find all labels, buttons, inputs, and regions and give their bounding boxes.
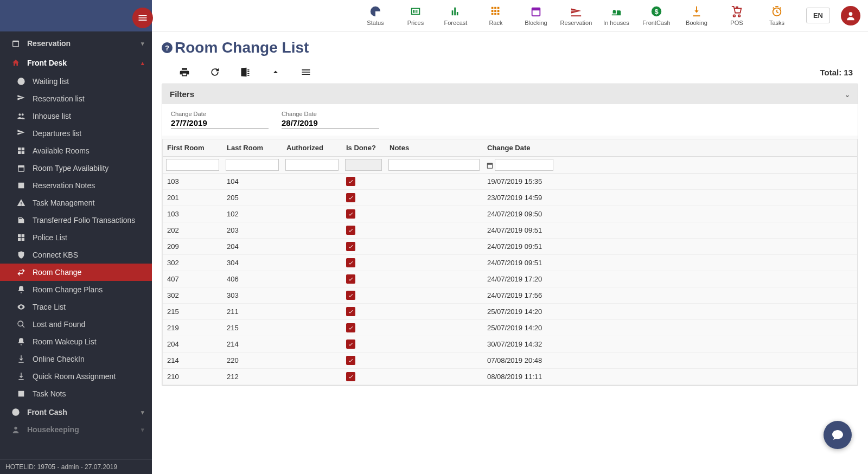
sidebar-item-label: Room Change <box>33 268 81 277</box>
change-date-to: Change Date <box>282 111 379 129</box>
sidebar-item-trace-list[interactable]: Trace List <box>0 298 152 316</box>
sidebar-item-connect-kbs[interactable]: Connect KBS <box>0 246 152 264</box>
cell-is-done <box>342 287 385 304</box>
col-change-date[interactable]: Change Date <box>483 139 559 157</box>
sidebar-group-frontcash[interactable]: Front Cash ▾ <box>0 402 152 422</box>
cell-last-room: 203 <box>222 222 282 239</box>
check-icon <box>346 242 355 251</box>
sidebar-item-police-list[interactable]: Police List <box>0 229 152 246</box>
table-row[interactable]: 30230324/07/2019 17:56 <box>163 287 857 304</box>
topnav-prices[interactable]: Prices <box>397 5 434 26</box>
filters-header[interactable]: Filters ⌃ <box>162 84 858 104</box>
table-row[interactable]: 21422007/08/2019 20:48 <box>163 353 857 369</box>
table-row[interactable]: 21921525/07/2019 14:20 <box>163 320 857 336</box>
filter-notes[interactable] <box>388 159 480 171</box>
print-icon <box>179 67 190 78</box>
topnav-status[interactable]: Status <box>357 5 394 26</box>
table-row[interactable]: 40740624/07/2019 17:20 <box>163 271 857 287</box>
chat-button[interactable] <box>824 421 852 449</box>
topnav-blocking[interactable]: Blocking <box>518 5 554 26</box>
sidebar-item-reservation-notes[interactable]: Reservation Notes <box>0 177 152 194</box>
table-row[interactable]: 30230424/07/2019 09:51 <box>163 255 857 271</box>
filter-first-room[interactable] <box>166 159 219 171</box>
cell-notes <box>385 271 483 287</box>
data-table: First Room Last Room Authorized Is Done?… <box>162 139 858 386</box>
sidebar-group-reservation[interactable]: Reservation ▾ <box>0 34 152 53</box>
cell-notes <box>385 190 483 206</box>
topnav-booking[interactable]: Booking <box>678 5 715 26</box>
col-notes[interactable]: Notes <box>385 139 483 157</box>
cell-authorized <box>282 222 342 239</box>
sidebar-item-departures-list[interactable]: Departures list <box>0 125 152 142</box>
topnav-in-houses[interactable]: In houses <box>598 5 635 26</box>
cell-change-date: 24/07/2019 09:51 <box>483 239 559 255</box>
excel-export-button[interactable] <box>233 64 257 80</box>
cell-notes <box>385 304 483 320</box>
sidebar-item-quick-room-assignment[interactable]: Quick Room Assignment <box>0 368 152 385</box>
help-icon[interactable]: ? <box>162 42 173 53</box>
col-is-done[interactable]: Is Done? <box>342 139 385 157</box>
language-selector[interactable]: EN <box>806 8 830 23</box>
filter-change-date[interactable] <box>495 159 553 171</box>
calendar-icon[interactable] <box>486 162 494 169</box>
table-row[interactable]: 20220324/07/2019 09:51 <box>163 222 857 239</box>
sidebar-item-task-nots[interactable]: Task Nots <box>0 385 152 402</box>
topnav-tasks[interactable]: Tasks <box>758 5 795 26</box>
rack-icon <box>490 5 502 17</box>
table-row[interactable]: 21521125/07/2019 14:20 <box>163 304 857 320</box>
sidebar-item-reservation-list[interactable]: Reservation list <box>0 90 152 107</box>
sidebar-group-label: Reservation <box>27 39 71 48</box>
topnav-pos[interactable]: POS <box>718 5 755 26</box>
table-row[interactable]: 10310419/07/2019 15:35 <box>163 174 857 190</box>
change-date-from-input[interactable] <box>171 118 276 127</box>
table-row[interactable]: 20421430/07/2019 14:32 <box>163 336 857 353</box>
filter-last-room[interactable] <box>226 159 279 171</box>
sidebar-item-label: Reservation list <box>33 94 85 103</box>
cell-change-date: 19/07/2019 15:35 <box>483 174 559 190</box>
sidebar-item-transferred-folio-transactions[interactable]: Transferred Folio Transactions <box>0 212 152 229</box>
topnav-rack[interactable]: Rack <box>477 5 514 26</box>
col-first-room[interactable]: First Room <box>163 139 222 157</box>
col-authorized[interactable]: Authorized <box>282 139 342 157</box>
sidebar-item-lost-and-found[interactable]: Lost and Found <box>0 316 152 333</box>
chevron-down-icon: ▾ <box>141 426 144 433</box>
chevron-down-icon: ▾ <box>141 409 144 416</box>
prices-icon <box>410 5 422 17</box>
field-label: Change Date <box>171 111 269 117</box>
sidebar-group-frontdesk[interactable]: Front Desk ▴ <box>0 53 152 73</box>
chevron-down-icon: ▾ <box>141 40 144 47</box>
sidebar-item-room-change-plans[interactable]: Room Change Plans <box>0 281 152 298</box>
print-button[interactable] <box>173 64 196 80</box>
sidebar-item-online-checkin[interactable]: Online CheckIn <box>0 350 152 368</box>
topbar: StatusPricesForecastRackBlockingReservat… <box>152 0 868 31</box>
change-date-to-input[interactable] <box>282 118 387 127</box>
topnav-reservation[interactable]: Reservation <box>558 5 595 26</box>
filter-authorized[interactable] <box>285 159 339 171</box>
hamburger-button[interactable] <box>132 8 153 28</box>
sidebar-item-room-change[interactable]: Room Change <box>0 264 152 281</box>
menu-button[interactable] <box>294 64 318 80</box>
col-last-room[interactable]: Last Room <box>222 139 282 157</box>
sidebar-item-waiting-list[interactable]: Waiting list <box>0 73 152 90</box>
sidebar-group-housekeeping[interactable]: Housekeeping ▾ <box>0 422 152 439</box>
cell-is-done <box>342 255 385 271</box>
table-row[interactable]: 20120523/07/2019 14:59 <box>163 190 857 206</box>
user-avatar-button[interactable] <box>841 6 860 25</box>
table-row[interactable]: 20920424/07/2019 09:51 <box>163 239 857 255</box>
svg-point-1 <box>14 427 17 430</box>
cell-is-done <box>342 369 385 385</box>
clock-icon <box>17 77 25 86</box>
table-row[interactable]: 21021208/08/2019 11:11 <box>163 369 857 385</box>
sidebar-item-task-management[interactable]: Task Management <box>0 194 152 212</box>
sidebar-item-inhouse-list[interactable]: Inhouse list <box>0 107 152 125</box>
sidebar-item-room-wakeup-list[interactable]: Room Wakeup List <box>0 333 152 350</box>
refresh-button[interactable] <box>203 64 227 80</box>
collapse-button[interactable] <box>264 64 288 80</box>
sidebar-item-available-rooms[interactable]: Available Rooms <box>0 142 152 159</box>
table-row[interactable]: 10310224/07/2019 09:50 <box>163 206 857 222</box>
topnav-frontcash[interactable]: $FrontCash <box>638 5 675 26</box>
topnav-forecast[interactable]: Forecast <box>437 5 474 26</box>
person-icon <box>11 425 20 434</box>
plane-icon <box>17 129 25 138</box>
sidebar-item-room-type-availability[interactable]: Room Type Availability <box>0 159 152 177</box>
